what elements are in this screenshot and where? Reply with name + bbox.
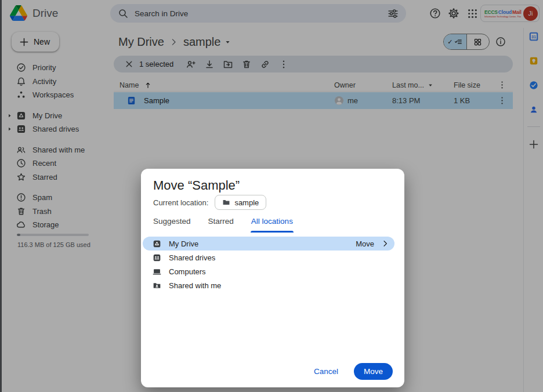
location-row-my-drive[interactable]: My Drive Move bbox=[143, 237, 394, 251]
cancel-button[interactable]: Cancel bbox=[314, 367, 338, 376]
move-button[interactable]: Move bbox=[354, 363, 393, 380]
current-location-name: sample bbox=[234, 198, 259, 207]
location-row-computers[interactable]: Computers bbox=[143, 264, 394, 278]
dialog-footer: Cancel Move bbox=[314, 363, 393, 380]
tab-all-locations[interactable]: All locations bbox=[251, 217, 293, 231]
location-list: My Drive Move Shared drives Computers Sh… bbox=[143, 237, 394, 292]
shared-drives-icon bbox=[153, 253, 161, 262]
location-label: My Drive bbox=[169, 239, 198, 248]
chevron-right-icon[interactable] bbox=[381, 239, 389, 248]
folder-shared-icon bbox=[153, 281, 161, 290]
location-label: Shared drives bbox=[169, 253, 215, 262]
current-location-label: Current location: bbox=[153, 198, 208, 207]
location-label: Computers bbox=[169, 267, 206, 276]
move-here-label[interactable]: Move bbox=[356, 239, 374, 248]
current-location-row: Current location: sample bbox=[153, 195, 266, 210]
location-label: Shared with me bbox=[169, 281, 221, 290]
dialog-title: Move “Sample” bbox=[153, 178, 240, 193]
dialog-tabs: Suggested Starred All locations bbox=[153, 217, 293, 231]
location-row-shared-with-me[interactable]: Shared with me bbox=[143, 278, 394, 292]
current-location-chip: sample bbox=[215, 195, 266, 210]
move-dialog: Move “Sample” Current location: sample S… bbox=[141, 169, 404, 387]
folder-icon bbox=[222, 198, 230, 206]
computer-icon bbox=[153, 267, 161, 276]
tab-suggested[interactable]: Suggested bbox=[153, 217, 191, 231]
location-row-shared-drives[interactable]: Shared drives bbox=[143, 251, 394, 264]
my-drive-icon bbox=[153, 239, 161, 248]
tab-starred[interactable]: Starred bbox=[208, 217, 234, 231]
